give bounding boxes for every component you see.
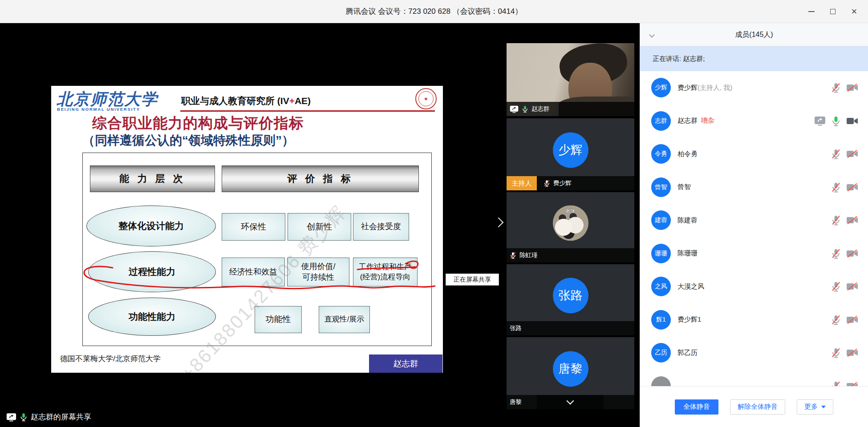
member-panel-footer: 全体静音 解除全体静音 更多 (640, 386, 868, 427)
member-row[interactable] (640, 370, 868, 387)
mic-muted-icon (544, 179, 550, 187)
slide-title: 综合职业能力的构成与评价指标 (92, 113, 304, 133)
video-tile[interactable]: 张路 张路 (507, 264, 634, 335)
slide-subtitle: （同样遵循公认的“领域特殊性原则”） (82, 132, 294, 149)
more-button[interactable]: 更多 (797, 399, 833, 415)
member-name: 郭乙历 (677, 349, 698, 357)
collapse-video-list-button[interactable] (537, 395, 604, 409)
member-panel: 成员(145人) 正在讲话: 赵志群; 少辉 费少辉(主持人, 我) 志群 赵志… (640, 23, 868, 427)
avatar: 辉1 (651, 310, 671, 330)
member-name: 费少辉1 (677, 315, 701, 324)
diagram-box: 能 力 层 次 评 价 指 标 整体化设计能力 环保性 创新性 社会接受度 过程… (82, 153, 432, 346)
mic-on-icon (20, 412, 28, 422)
camera-off-icon (846, 382, 858, 386)
avatar: 张路 (553, 278, 588, 313)
member-name: 赵志群嘈杂 (677, 117, 714, 125)
member-count-title: 成员(145人) (640, 23, 868, 46)
member-name: 曾智 (677, 183, 691, 191)
mic-muted-icon (831, 347, 841, 358)
member-name: 柏令勇 (677, 150, 698, 158)
indicator-box: 直观性/展示 (319, 306, 370, 333)
tile-label: 主持人 费少辉 (507, 176, 634, 190)
member-row[interactable]: 建蓉 陈建蓉 (640, 204, 868, 237)
meeting-title: 腾讯会议 会议号：723 020 628 （会议密码：0414） (0, 0, 868, 23)
camera-off-icon (846, 183, 858, 192)
avatar: 少辉 (553, 132, 588, 168)
close-button[interactable]: × (844, 0, 864, 23)
mic-muted-icon (831, 281, 841, 292)
level-ellipse: 过程性能力 (88, 251, 216, 292)
avatar: 乙历 (651, 343, 671, 363)
member-row[interactable]: 之风 大漠之风 (640, 270, 868, 303)
indicator-box: 创新性 (288, 213, 351, 241)
tencent-meeting-window: 腾讯会议 会议号：723 020 628 （会议密码：0414） × 北京师范大… (0, 0, 868, 427)
member-row[interactable]: 珊珊 陈珊珊 (640, 237, 868, 270)
indicator-box: 使用价值/可持续性 (287, 258, 349, 286)
member-row[interactable]: 曾智 曾智 (640, 171, 868, 204)
video-tile[interactable]: 唐黎 唐黎 (507, 337, 634, 409)
video-tile[interactable]: 少辉 主持人 费少辉 (507, 118, 634, 190)
avatar: 志群 (651, 111, 671, 131)
participant-name: 唐黎 (510, 398, 522, 406)
tile-label: 陈虹瑾 (507, 248, 634, 262)
mic-muted-icon (831, 82, 841, 93)
mic-muted-icon (831, 381, 841, 386)
screen-share-area: 北京师范大学 BEIJING NORMAL UNIVERSITY 职业与成人教育… (0, 23, 640, 427)
avatar: 少辉 (651, 78, 671, 97)
mic-muted-icon (510, 251, 516, 259)
camera-off-icon (846, 149, 858, 158)
mic-muted-icon (831, 149, 841, 159)
column-header-levels: 能 力 层 次 (90, 165, 215, 192)
minimize-button[interactable] (801, 0, 822, 23)
member-row[interactable]: 乙历 郭乙历 (640, 336, 868, 370)
indicator-box: 工作过程和生产(经营)流程导向 (353, 258, 418, 286)
column-header-indicators: 评 价 指 标 (222, 165, 419, 192)
host-badge: 主持人 (507, 176, 537, 190)
participant-name: 赵志群 (531, 105, 550, 113)
member-row[interactable]: 辉1 费少辉1 (640, 303, 868, 337)
member-list: 少辉 费少辉(主持人, 我) 志群 赵志群嘈杂 令勇 (640, 71, 868, 386)
mute-all-button[interactable]: 全体静音 (675, 399, 718, 415)
screen-share-icon (814, 116, 826, 126)
panda-avatar: 啾咪 (553, 205, 588, 241)
member-name: 陈建蓉 (677, 216, 698, 225)
screen-share-icon (510, 105, 519, 113)
participant-name: 陈虹瑾 (519, 251, 538, 259)
maximize-icon (830, 9, 836, 14)
mic-muted-icon (831, 248, 841, 259)
share-status-text: 赵志群的屏幕共享 (31, 412, 91, 422)
speaking-banner: 正在讲话: 赵志群; (640, 46, 868, 71)
member-panel-header: 成员(145人) (640, 23, 868, 46)
avatar: 之风 (651, 277, 671, 296)
camera-off-icon (846, 249, 858, 258)
header-rule (180, 110, 435, 112)
member-row[interactable]: 少辉 费少辉(主持人, 我) (640, 71, 868, 105)
mic-on-icon (522, 105, 528, 113)
minimize-icon (808, 11, 815, 12)
share-status-bar: 赵志群的屏幕共享 (6, 412, 91, 422)
participant-name: 费少辉 (553, 179, 572, 187)
mic-muted-icon (831, 215, 841, 226)
level-ellipse: 功能性能力 (88, 298, 216, 336)
maximize-button[interactable] (823, 0, 843, 23)
avatar: 建蓉 (651, 210, 671, 230)
camera-off-icon (846, 216, 858, 225)
tile-label: 赵志群 (507, 102, 634, 116)
mic-muted-icon (831, 182, 841, 193)
sharing-tooltip: 正在屏幕共享 (446, 274, 499, 286)
member-row[interactable]: 志群 赵志群嘈杂 (640, 105, 868, 138)
camera-off-icon (846, 315, 858, 324)
member-row[interactable]: 令勇 柏令勇 (640, 137, 868, 171)
indicator-box: 经济性和效益 (222, 258, 285, 286)
indicator-box: 功能性 (255, 306, 302, 333)
video-tile[interactable]: 啾咪 陈虹瑾 (507, 192, 634, 262)
slide-footer-author: 赵志群 (369, 354, 442, 373)
avatar: 唐黎 (553, 351, 588, 387)
camera-off-icon (846, 83, 858, 92)
title-bar: 腾讯会议 会议号：723 020 628 （会议密码：0414） × (0, 0, 868, 23)
chevron-right-icon[interactable] (494, 218, 504, 228)
avatar: 曾智 (651, 177, 671, 197)
participant-name: 张路 (510, 324, 522, 332)
video-tile-camera[interactable]: 赵志群 (507, 43, 634, 116)
unmute-all-button[interactable]: 解除全体静音 (730, 399, 785, 415)
